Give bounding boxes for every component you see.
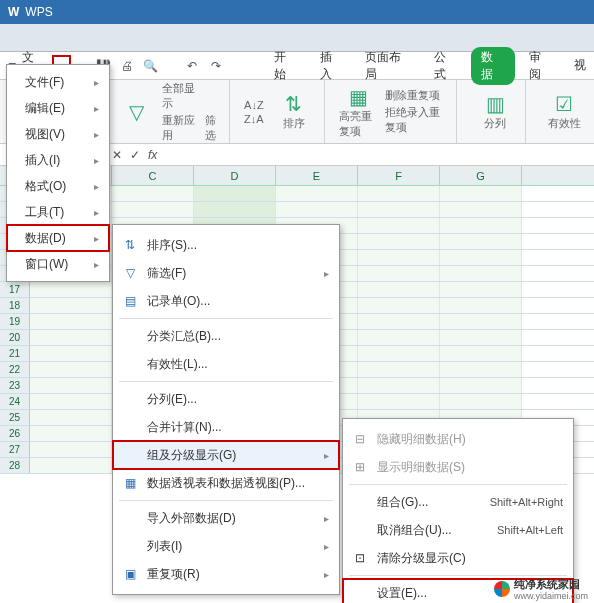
col-header[interactable]: G [440,166,522,185]
cell[interactable] [358,282,440,297]
menu-item[interactable]: 视图(V)▸ [7,121,109,147]
tab-formula[interactable]: 公式 [426,49,465,83]
menu-item[interactable]: 编辑(E)▸ [7,95,109,121]
sort-desc-button[interactable]: Z↓A [244,113,264,125]
menu-item[interactable]: 取消组合(U)...Shift+Alt+Left [343,516,573,544]
row-header[interactable]: 17 [0,282,30,297]
menu-item[interactable]: 数据(D)▸ [7,225,109,251]
menu-item[interactable]: 工具(T)▸ [7,199,109,225]
cell[interactable] [30,362,112,377]
confirm-formula-icon[interactable]: ✓ [130,148,140,162]
row-header[interactable]: 23 [0,378,30,393]
cell[interactable] [440,202,522,217]
cell[interactable] [112,186,194,201]
cell[interactable] [30,458,112,473]
row-header[interactable]: 19 [0,314,30,329]
cell[interactable] [30,346,112,361]
print-icon[interactable]: 🖨 [118,57,136,75]
menu-item[interactable]: 窗口(W)▸ [7,251,109,277]
cell[interactable] [440,314,522,329]
cell[interactable] [358,266,440,281]
col-header[interactable]: C [112,166,194,185]
menu-item[interactable]: ▣重复项(R)▸ [113,560,339,588]
tab-review[interactable]: 审阅 [521,49,560,83]
cell[interactable] [358,234,440,249]
tab-start[interactable]: 开始 [266,49,305,83]
cell[interactable] [440,394,522,409]
cell[interactable] [276,202,358,217]
row-header[interactable]: 20 [0,330,30,345]
menu-item[interactable]: 导入外部数据(D)▸ [113,504,339,532]
row-header[interactable]: 28 [0,458,30,473]
menu-item[interactable]: 分类汇总(B)... [113,322,339,350]
cell[interactable] [30,442,112,457]
menu-item[interactable]: ▦数据透视表和数据透视图(P)... [113,469,339,497]
cell[interactable] [30,282,112,297]
tab-insert[interactable]: 插入 [312,49,351,83]
cell[interactable] [194,186,276,201]
menu-item[interactable]: 分列(E)... [113,385,339,413]
cell[interactable] [440,250,522,265]
cell[interactable] [358,298,440,313]
tab-data[interactable]: 数据 [471,47,514,85]
row-header[interactable]: 21 [0,346,30,361]
sort-button[interactable]: ⇅ 排序 [270,92,318,131]
cell[interactable] [30,394,112,409]
cell[interactable] [112,202,194,217]
cell[interactable] [30,410,112,425]
text-to-columns-button[interactable]: ▥ 分列 [471,92,519,131]
col-header[interactable]: D [194,166,276,185]
cell[interactable] [358,346,440,361]
menu-item[interactable]: 组合(G)...Shift+Alt+Right [343,488,573,516]
cell[interactable] [358,314,440,329]
sort-asc-button[interactable]: A↓Z [244,99,264,111]
row-header[interactable]: 18 [0,298,30,313]
cell[interactable] [30,314,112,329]
menu-item[interactable]: 列表(I)▸ [113,532,339,560]
cell[interactable] [440,330,522,345]
cell[interactable] [440,362,522,377]
cell[interactable] [276,186,358,201]
cell[interactable] [358,378,440,393]
cancel-formula-icon[interactable]: ✕ [112,148,122,162]
cell[interactable] [440,298,522,313]
validity-button[interactable]: ☑ 有效性 [540,92,588,131]
tab-page-layout[interactable]: 页面布局 [357,49,420,83]
cell[interactable] [440,218,522,233]
cell[interactable] [30,330,112,345]
cell[interactable] [440,266,522,281]
cell[interactable] [30,378,112,393]
row-header[interactable]: 22 [0,362,30,377]
menu-item[interactable]: ▽筛选(F)▸ [113,259,339,287]
menu-item[interactable]: ▤记录单(O)... [113,287,339,315]
row-header[interactable]: 25 [0,410,30,425]
row-header[interactable]: 24 [0,394,30,409]
menu-item[interactable]: 插入(I)▸ [7,147,109,173]
cell[interactable] [358,250,440,265]
cell[interactable] [30,426,112,441]
reapply-button[interactable]: 重新应用 [162,113,199,143]
tab-view[interactable]: 视 [566,57,594,74]
highlight-duplicates-button[interactable]: ▦ 高亮重复项 [339,85,379,139]
cell[interactable] [358,330,440,345]
cell[interactable] [358,394,440,409]
cell[interactable] [358,218,440,233]
cell[interactable] [358,362,440,377]
menu-item[interactable]: 格式(O)▸ [7,173,109,199]
cell[interactable] [440,186,522,201]
cell[interactable] [194,202,276,217]
cell[interactable] [30,298,112,313]
cell[interactable] [358,202,440,217]
row-header[interactable]: 26 [0,426,30,441]
remove-duplicates-button[interactable]: 删除重复项 [385,88,450,103]
reject-duplicates-button[interactable]: 拒绝录入重复项 [385,105,450,135]
cell[interactable] [440,378,522,393]
menu-item[interactable]: ⊡清除分级显示(C) [343,544,573,572]
undo-icon[interactable]: ↶ [183,57,201,75]
show-all-button[interactable]: 全部显示 [162,81,199,111]
col-header[interactable]: F [358,166,440,185]
fx-icon[interactable]: fx [148,148,157,162]
menu-item[interactable]: 文件(F)▸ [7,69,109,95]
cell[interactable] [358,186,440,201]
menu-item[interactable]: 有效性(L)... [113,350,339,378]
